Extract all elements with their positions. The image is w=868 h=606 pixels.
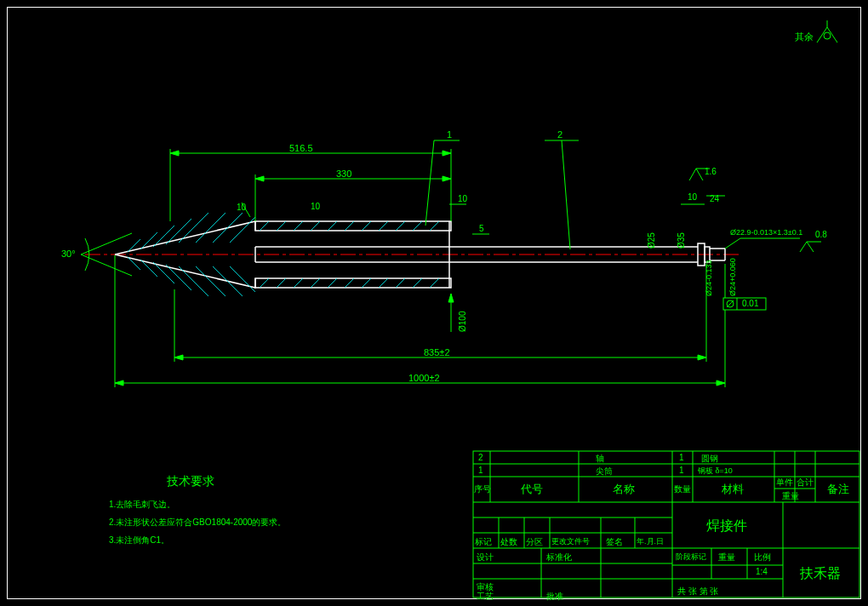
svg-marker-50 (170, 151, 179, 156)
svg-line-29 (328, 221, 337, 231)
svg-line-44 (396, 278, 405, 288)
bom-h-total: 合计 (797, 477, 814, 489)
svg-line-41 (345, 278, 354, 288)
dim-330: 330 (336, 169, 351, 179)
tb-mark: 标记 (475, 536, 492, 548)
svg-marker-55 (443, 176, 451, 181)
dim-516-5: 516.5 (289, 143, 313, 153)
svg-line-26 (277, 221, 286, 231)
surf-0-8: 0.8 (815, 230, 827, 239)
svg-line-14 (196, 213, 226, 243)
bom-h-qty: 数量 (674, 483, 691, 495)
svg-line-45 (413, 278, 422, 288)
svg-line-31 (362, 221, 371, 231)
svg-line-39 (311, 278, 320, 288)
svg-line-35 (430, 221, 439, 231)
svg-line-36 (260, 278, 269, 288)
tb-footer: 共 张 第 张 (677, 586, 718, 597)
svg-line-46 (430, 278, 439, 288)
svg-line-42 (362, 278, 371, 288)
bom-h-remark: 备注 (827, 482, 849, 497)
dim-thread: Ø22.9-0.013×1.3±0.1 (730, 228, 802, 237)
svg-line-79 (725, 238, 740, 249)
dim-phi24: Ø24-0.133 (705, 260, 713, 296)
svg-marker-51 (443, 151, 451, 156)
dim-phi24b: Ø24+0.060 (728, 258, 737, 296)
callout-2: 2 (557, 129, 562, 140)
svg-line-32 (379, 221, 388, 231)
dim-835: 835±2 (424, 347, 450, 357)
tb-scale: 比例 (754, 552, 771, 563)
svg-marker-60 (174, 355, 183, 360)
bom-h-no: 序号 (474, 483, 491, 495)
tb-std: 标准化 (546, 552, 572, 563)
dim-24: 24 (710, 194, 719, 203)
tb-chgs: 处数 (500, 536, 517, 548)
svg-line-68 (81, 254, 132, 276)
dim-phi100: Ø100 (458, 312, 467, 332)
svg-line-23 (213, 266, 243, 296)
svg-point-0 (824, 32, 831, 39)
svg-marker-78 (448, 294, 454, 302)
dim-10a: 10 (311, 202, 320, 211)
bom-h-unit: 单件 (776, 477, 793, 489)
callout-1: 1 (447, 129, 452, 140)
svg-line-25 (260, 221, 269, 231)
svg-line-27 (294, 221, 303, 231)
tb-mass: 重量 (718, 552, 735, 563)
dim-phi25: Ø25 (647, 232, 656, 249)
svg-line-21 (179, 266, 208, 296)
svg-line-43 (379, 278, 388, 288)
tb-scale-val: 1:4 (756, 567, 768, 576)
gdt-tol: 0.01 (742, 299, 758, 308)
svg-line-38 (294, 278, 303, 288)
svg-marker-54 (255, 176, 264, 181)
tb-docno: 更改文件号 (551, 536, 590, 547)
tb-stage: 阶段标记 (676, 552, 706, 563)
svg-line-22 (196, 266, 226, 296)
tb-process: 工艺 (477, 591, 494, 603)
svg-line-24 (230, 266, 255, 292)
tb-date: 年.月.日 (637, 536, 664, 547)
svg-line-20 (166, 265, 191, 290)
tb-approve: 批准 (546, 591, 563, 603)
bom-h-name: 名称 (613, 482, 635, 497)
bom-h-code: 代号 (521, 482, 543, 497)
bom-row2-name: 轴 (596, 453, 604, 465)
bom-row2-mat: 圆钢 (701, 453, 718, 465)
tech-req-3: 3.未注倒角C1。 (109, 535, 169, 546)
svg-line-16 (230, 217, 255, 243)
svg-line-11 (153, 226, 174, 247)
tb-product: 扶禾器 (800, 565, 841, 583)
dim-10-mid: 10 (458, 194, 467, 203)
svg-line-37 (277, 278, 286, 288)
dim-1000: 1000±2 (408, 373, 440, 383)
dim-angle-30: 30° (61, 249, 76, 259)
tech-req-2: 2.未注形状公差应符合GBO1804-2000的要求。 (109, 517, 286, 529)
svg-marker-66 (717, 380, 725, 386)
bom-row1-no: 1 (478, 466, 483, 475)
svg-marker-65 (115, 380, 123, 386)
bom-row1-mat: 钢板 δ=10 (698, 466, 733, 477)
svg-line-28 (311, 221, 320, 231)
svg-line-34 (413, 221, 422, 231)
bom-h-mat: 材料 (722, 482, 744, 497)
svg-line-40 (328, 278, 337, 288)
bom-h-weight: 重量 (782, 490, 799, 502)
svg-line-13 (179, 213, 208, 243)
svg-marker-61 (698, 355, 706, 360)
svg-line-71 (562, 140, 570, 249)
tb-zone: 分区 (526, 536, 543, 548)
svg-line-12 (166, 219, 191, 244)
bom-row2-no: 2 (478, 453, 483, 462)
tb-main-name: 焊接件 (706, 517, 747, 535)
bom-row2-qty: 1 (679, 453, 684, 462)
tb-sign: 签名 (606, 536, 623, 548)
svg-line-19 (153, 262, 174, 283)
svg-line-15 (213, 213, 243, 243)
bom-row1-name: 尖筒 (596, 466, 613, 477)
bom-row1-qty: 1 (679, 466, 684, 475)
svg-line-67 (81, 233, 132, 254)
tb-design: 设计 (477, 552, 494, 563)
tech-req-title: 技术要求 (167, 474, 214, 489)
